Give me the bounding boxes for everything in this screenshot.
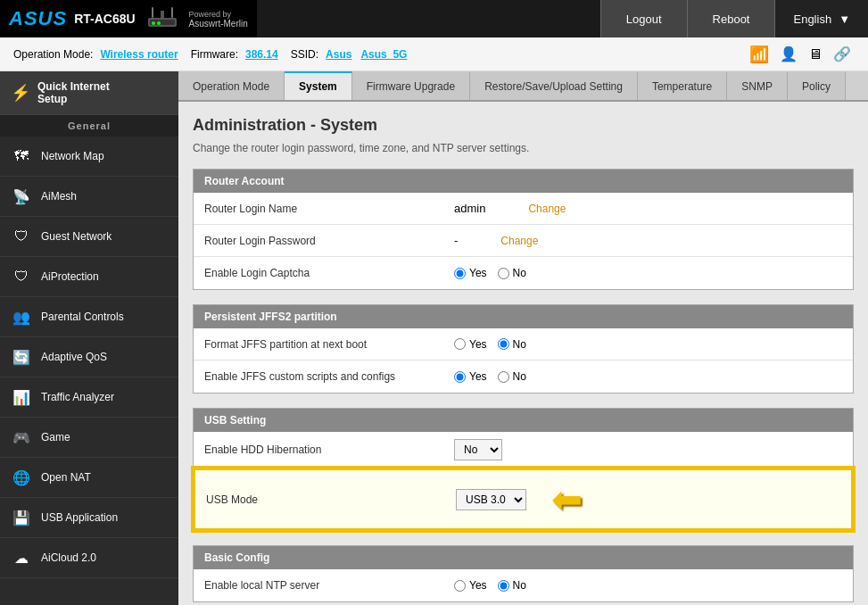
usb-setting-section: USB Setting Enable HDD Hibernation No Ye… (193, 408, 854, 531)
captcha-row: Enable Login Captcha Yes No (194, 257, 853, 289)
ntp-yes-option[interactable]: Yes (454, 579, 487, 592)
logout-button[interactable]: Logout (600, 0, 687, 37)
svg-rect-4 (171, 7, 173, 18)
page-content: Administration - System Change the route… (178, 102, 868, 605)
tab-snmp[interactable]: SNMP (727, 71, 788, 100)
logo-area: ASUS RT-AC68U Powered by Asuswrt-Merlin (0, 0, 257, 37)
general-section-label: General (0, 115, 178, 137)
sidebar-item-open-nat[interactable]: 🌐 Open NAT (0, 458, 178, 498)
ntp-row: Enable local NTP server Yes No (194, 569, 853, 601)
captcha-yes-label: Yes (469, 267, 487, 279)
usb-mode-row: USB Mode USB 2.0 USB 3.0 ⬅ (194, 468, 853, 530)
tab-restore-save[interactable]: Restore/Save/Upload Setting (470, 71, 638, 100)
adaptive-qos-icon: 🔄 (11, 346, 32, 368)
sidebar-item-traffic-analyzer[interactable]: 📊 Traffic Analyzer (0, 377, 178, 418)
captcha-no-label: No (513, 267, 526, 279)
reboot-button[interactable]: Reboot (687, 0, 775, 37)
custom-no-label: No (513, 370, 526, 383)
arrow-left-icon: ⬅ (551, 477, 583, 521)
sidebar-item-aicloud[interactable]: ☁ AiCloud 2.0 (0, 538, 178, 578)
ntp-radio-group: Yes No (454, 579, 842, 592)
tab-temperature[interactable]: Temperature (638, 71, 727, 100)
wifi-icon: 📶 (749, 45, 769, 64)
sidebar-item-aimesh[interactable]: 📡 AiMesh (0, 177, 178, 217)
sidebar-item-label: Open NAT (41, 471, 91, 484)
header-nav: Logout Reboot English ▼ (600, 0, 868, 37)
login-password-value: - (454, 234, 458, 247)
tab-bar: Operation Mode System Firmware Upgrade R… (178, 71, 868, 102)
format-no-label: No (513, 338, 526, 351)
sidebar-item-label: Adaptive QoS (41, 351, 107, 363)
jffs2-section: Persistent JFFS2 partition Format JFFS p… (193, 304, 854, 394)
format-jffs-radio-group: Yes No (454, 338, 842, 351)
sidebar-item-game[interactable]: 🎮 Game (0, 418, 178, 458)
language-selector[interactable]: English ▼ (774, 0, 868, 37)
language-label: English (793, 12, 831, 26)
tab-firmware-upgrade[interactable]: Firmware Upgrade (352, 71, 470, 100)
login-password-value-area: - Change (454, 234, 842, 247)
aicloud-icon: ☁ (11, 547, 32, 568)
format-jffs-label: Format JFFS partition at next boot (204, 338, 454, 351)
sidebar-item-label: Guest Network (41, 230, 112, 243)
login-name-row: Router Login Name admin Change (194, 193, 853, 225)
sidebar-item-label: Parental Controls (41, 311, 124, 323)
captcha-no-radio[interactable] (498, 268, 509, 279)
hdd-hibernation-value-area: No Yes (454, 439, 842, 460)
ntp-yes-label: Yes (469, 579, 487, 592)
page-description: Change the router login password, time z… (193, 142, 854, 154)
format-yes-option[interactable]: Yes (454, 338, 487, 351)
firmware-value[interactable]: 386.14 (245, 48, 278, 61)
sidebar: ⚡ Quick InternetSetup General 🗺 Network … (0, 71, 178, 605)
login-password-row: Router Login Password - Change (194, 225, 853, 257)
format-yes-radio[interactable] (454, 338, 466, 350)
router-account-header: Router Account (194, 170, 853, 193)
jffs2-header: Persistent JFFS2 partition (194, 305, 853, 328)
tab-operation-mode[interactable]: Operation Mode (178, 71, 285, 100)
ssid-value[interactable]: Asus (326, 48, 351, 61)
model-name: RT-AC68U (74, 12, 135, 26)
captcha-yes-radio[interactable] (454, 268, 466, 279)
svg-rect-2 (161, 11, 164, 18)
captcha-no-option[interactable]: No (498, 267, 526, 279)
sidebar-item-network-map[interactable]: 🗺 Network Map (0, 137, 178, 177)
content-area: Operation Mode System Firmware Upgrade R… (178, 71, 868, 605)
ntp-label: Enable local NTP server (204, 579, 454, 592)
format-no-radio[interactable] (498, 338, 509, 350)
sidebar-item-adaptive-qos[interactable]: 🔄 Adaptive QoS (0, 337, 178, 377)
sidebar-item-aiprotection[interactable]: 🛡 AiProtection (0, 257, 178, 297)
sidebar-item-parental-controls[interactable]: 👥 Parental Controls (0, 297, 178, 337)
custom-no-radio[interactable] (498, 371, 509, 383)
powered-by: Powered by Asuswrt-Merlin (189, 10, 248, 29)
main-layout: ⚡ Quick InternetSetup General 🗺 Network … (0, 71, 868, 605)
custom-yes-option[interactable]: Yes (454, 370, 487, 383)
change-login-name-link[interactable]: Change (528, 203, 566, 215)
usb-mode-label: USB Mode (206, 493, 456, 506)
operation-mode-value[interactable]: Wireless router (100, 48, 178, 61)
ntp-no-option[interactable]: No (498, 579, 526, 592)
usb-mode-select[interactable]: USB 2.0 USB 3.0 (456, 489, 526, 510)
format-no-option[interactable]: No (498, 338, 526, 351)
svg-point-6 (157, 21, 161, 25)
basic-config-header: Basic Config (194, 546, 853, 569)
ntp-no-label: No (513, 579, 526, 592)
quick-internet-setup[interactable]: ⚡ Quick InternetSetup (0, 71, 178, 115)
tab-policy[interactable]: Policy (788, 71, 846, 100)
hdd-hibernation-select[interactable]: No Yes (454, 439, 502, 460)
custom-scripts-label: Enable JFFS custom scripts and configs (204, 370, 454, 383)
change-password-link[interactable]: Change (500, 235, 538, 247)
captcha-yes-option[interactable]: Yes (454, 267, 487, 279)
usb-setting-header: USB Setting (194, 409, 853, 432)
ssid-label: SSID: (291, 48, 318, 61)
login-password-label: Router Login Password (204, 235, 454, 247)
ntp-no-radio[interactable] (498, 580, 509, 592)
page-title: Administration - System (193, 116, 854, 135)
custom-yes-radio[interactable] (454, 371, 466, 383)
ssid-5g-value[interactable]: Asus_5G (360, 48, 407, 61)
hdd-hibernation-row: Enable HDD Hibernation No Yes (194, 432, 853, 468)
sidebar-item-guest-network[interactable]: 🛡 Guest Network (0, 217, 178, 257)
custom-no-option[interactable]: No (498, 370, 526, 383)
tab-system[interactable]: System (285, 71, 352, 100)
sidebar-item-usb-application[interactable]: 💾 USB Application (0, 498, 178, 538)
format-yes-label: Yes (469, 338, 487, 351)
ntp-yes-radio[interactable] (454, 580, 466, 592)
